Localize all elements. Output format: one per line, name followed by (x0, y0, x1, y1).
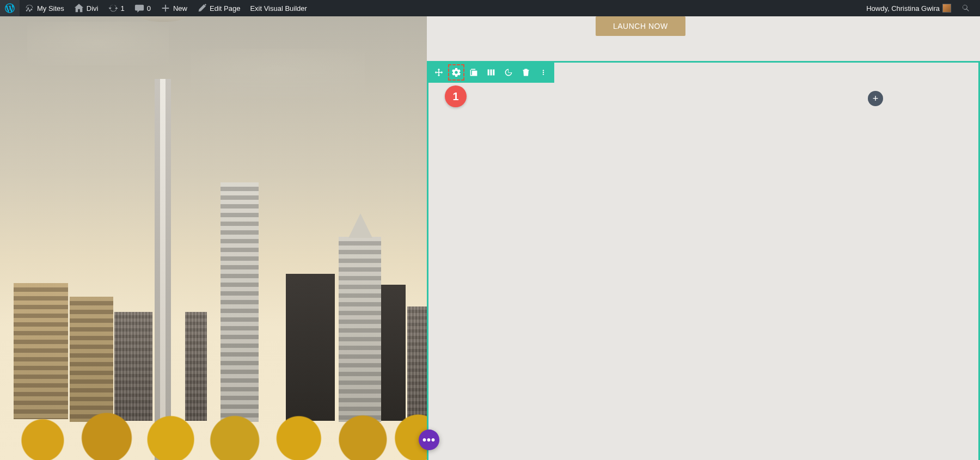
duplicate-button[interactable] (468, 67, 479, 78)
exit-builder-menu[interactable]: Exit Visual Builder (245, 0, 312, 16)
builder-panel: LAUNCH NOW (427, 16, 854, 401)
building (407, 306, 427, 401)
wp-admin-bar: My Sites Divi 1 0 New (0, 0, 854, 16)
network-icon (24, 3, 34, 13)
tower-shaft (160, 79, 166, 401)
edit-page-menu[interactable]: Edit Page (192, 0, 245, 16)
new-label: New (173, 4, 187, 13)
page-content: LAUNCH NOW (0, 16, 854, 401)
comments-count: 0 (147, 4, 151, 13)
new-content-menu[interactable]: New (156, 0, 192, 16)
hero-image (0, 16, 427, 401)
exit-builder-label: Exit Visual Builder (250, 4, 307, 13)
delete-button[interactable] (520, 67, 531, 78)
site-name-menu[interactable]: Divi (69, 0, 103, 16)
home-icon (74, 3, 84, 13)
comments-menu[interactable]: 0 (130, 0, 156, 16)
launch-label: LAUNCH NOW (613, 22, 668, 30)
my-sites-label: My Sites (37, 4, 64, 13)
annotation-number: 1 (452, 90, 458, 103)
admin-bar-left: My Sites Divi 1 0 New (0, 0, 312, 16)
annotation-step-marker: 1 (445, 85, 467, 107)
move-handle[interactable] (433, 67, 444, 78)
cloud (191, 49, 365, 98)
tower-shaft (155, 79, 160, 401)
section-toolbar (428, 62, 554, 83)
building (286, 274, 335, 401)
site-name-label: Divi (87, 4, 99, 13)
more-options-button[interactable] (538, 67, 549, 78)
comments-icon (134, 3, 144, 13)
svg-point-2 (543, 73, 544, 75)
launch-now-button[interactable]: LAUNCH NOW (596, 16, 685, 36)
building (339, 237, 381, 401)
my-sites-menu[interactable]: My Sites (20, 0, 69, 16)
selected-section[interactable]: 1 + (427, 61, 854, 401)
wp-logo-menu[interactable] (0, 0, 20, 16)
tower-shaft (166, 79, 171, 401)
building (14, 283, 68, 401)
wordpress-icon (5, 3, 15, 13)
svg-point-1 (543, 72, 544, 73)
plus-icon (161, 3, 170, 13)
updates-count: 1 (121, 4, 125, 13)
pencil-icon (197, 3, 207, 13)
building (185, 312, 207, 401)
building (381, 285, 406, 401)
cloud (27, 22, 169, 65)
building-spire (348, 213, 372, 238)
building (220, 182, 259, 401)
columns-button[interactable] (486, 67, 497, 78)
building (70, 297, 113, 401)
save-library-button[interactable] (503, 67, 514, 78)
edit-page-label: Edit Page (210, 4, 240, 13)
updates-icon (108, 3, 118, 13)
svg-point-0 (543, 70, 544, 71)
updates-menu[interactable]: 1 (103, 0, 130, 16)
building (114, 312, 152, 401)
settings-button[interactable] (451, 67, 462, 78)
